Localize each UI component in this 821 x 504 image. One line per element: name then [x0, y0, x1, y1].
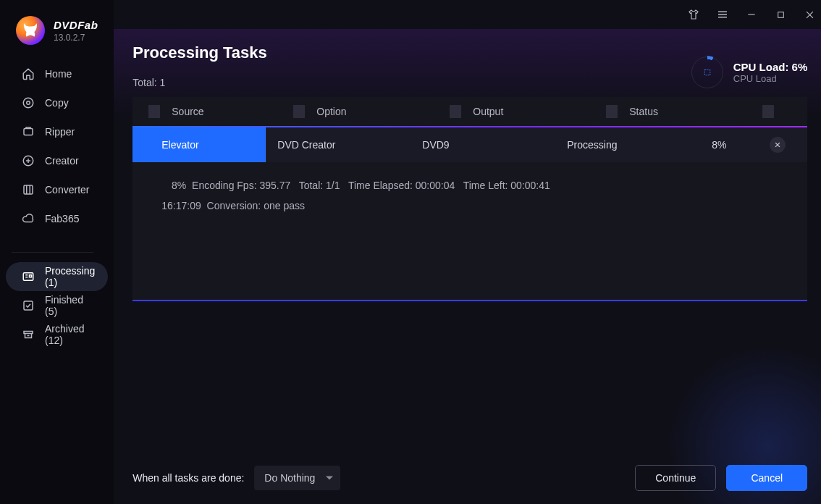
sidebar-item-label: Home [45, 68, 72, 80]
cell-option: DVD Creator [266, 139, 410, 151]
archive-icon [22, 328, 35, 341]
continue-button[interactable]: Continue [635, 465, 716, 491]
processing-icon [22, 270, 35, 283]
home-icon [22, 67, 35, 80]
cell-source: Elevator [132, 127, 266, 162]
main-panel: Processing Tasks Total: 1 CPU Load: 6% C… [114, 0, 821, 504]
close-button[interactable] [803, 8, 816, 21]
page-title: Processing Tasks [132, 43, 266, 62]
detail-pct: 8% [161, 175, 186, 196]
brand-block: DVDFab 13.0.2.7 [0, 13, 114, 52]
svg-point-1 [27, 101, 30, 105]
cpu-load-value: CPU Load: 6% [733, 61, 808, 73]
svg-rect-9 [778, 12, 783, 17]
col-header-status: Status [618, 106, 762, 117]
sidebar-item-label: Copy [45, 97, 69, 109]
cpu-load-widget: CPU Load: 6% CPU Load [691, 56, 808, 88]
table-header: Source Option Output Status [132, 97, 807, 126]
col-header-output: Output [461, 106, 606, 117]
sidebar-item-fab365[interactable]: Fab365 [6, 204, 108, 233]
sidebar-item-processing[interactable]: Processing (1) [6, 262, 108, 291]
svg-rect-2 [24, 129, 33, 135]
ripper-icon [22, 125, 35, 138]
row-cancel-button[interactable] [770, 137, 786, 153]
close-icon [774, 141, 781, 148]
detail-fps: Encoding Fps: 395.77 [192, 180, 290, 191]
svg-rect-4 [24, 185, 33, 194]
sidebar-item-archived[interactable]: Archived (12) [6, 320, 108, 349]
sidebar-item-copy[interactable]: Copy [6, 88, 108, 117]
sidebar-item-label: Ripper [45, 126, 75, 138]
after-done-select[interactable]: Do Nothing [254, 466, 340, 490]
maximize-button[interactable] [774, 8, 787, 21]
sidebar-item-converter[interactable]: Converter [6, 175, 108, 204]
detail-left: Time Left: 00:00:41 [463, 180, 550, 191]
nav-secondary: Processing (1) Finished (5) Archived (12… [0, 252, 114, 349]
sidebar: DVDFab 13.0.2.7 Home Copy Ripper Creator… [0, 0, 114, 504]
svg-rect-7 [24, 301, 33, 310]
col-header-source: Source [160, 106, 293, 117]
cpu-load-label: CPU Load [733, 73, 808, 84]
sidebar-item-finished[interactable]: Finished (5) [6, 291, 108, 320]
sidebar-item-label: Processing (1) [45, 265, 95, 288]
cloud-icon [22, 212, 35, 225]
task-details: 8% Encoding Fps: 395.77 Total: 1/1 Time … [132, 162, 807, 229]
titlebar [114, 0, 821, 29]
svg-rect-10 [704, 70, 710, 75]
brand-logo [16, 16, 45, 45]
finished-icon [22, 299, 35, 312]
detail-total: Total: 1/1 [299, 180, 340, 191]
cpu-ring [691, 56, 723, 88]
creator-icon [22, 154, 35, 167]
brand-version: 13.0.2.7 [54, 33, 98, 43]
sidebar-item-label: Fab365 [45, 213, 79, 224]
footer-bar: When all tasks are done: Do Nothing Cont… [114, 452, 821, 504]
sidebar-item-creator[interactable]: Creator [6, 146, 108, 175]
detail-timestamp: 16:17:09 [161, 200, 201, 211]
minimize-button[interactable] [745, 8, 758, 21]
sidebar-item-label: Finished (5) [45, 294, 95, 317]
sidebar-item-home[interactable]: Home [6, 59, 108, 88]
col-header-option: Option [305, 106, 450, 117]
converter-icon [22, 183, 35, 196]
cell-output: DVD9 [410, 139, 555, 151]
sidebar-item-label: Archived (12) [45, 323, 95, 346]
svg-rect-6 [30, 275, 32, 277]
footer-prompt: When all tasks are done: [132, 472, 244, 484]
menu-icon[interactable] [716, 8, 729, 21]
task-expand-area [132, 229, 807, 301]
detail-message: Conversion: one pass [207, 200, 305, 211]
nav-primary: Home Copy Ripper Creator Converter Fab36… [0, 59, 114, 233]
shirt-icon[interactable] [687, 8, 700, 21]
cell-progress: 8% [712, 139, 726, 151]
sidebar-item-ripper[interactable]: Ripper [6, 117, 108, 146]
task-row[interactable]: Elevator DVD Creator DVD9 Processing 8% [132, 127, 807, 162]
cell-status: Processing [555, 139, 700, 151]
chip-icon [701, 66, 714, 79]
fox-icon [21, 21, 40, 40]
copy-icon [22, 96, 35, 109]
svg-rect-8 [24, 332, 33, 334]
sidebar-item-label: Converter [45, 184, 89, 196]
sidebar-item-label: Creator [45, 155, 79, 167]
cancel-button[interactable]: Cancel [726, 465, 807, 491]
svg-point-0 [23, 98, 33, 108]
total-count: Total: 1 [132, 77, 266, 88]
detail-elapsed: Time Elapsed: 00:00:04 [348, 180, 455, 191]
brand-name: DVDFab [54, 19, 98, 31]
